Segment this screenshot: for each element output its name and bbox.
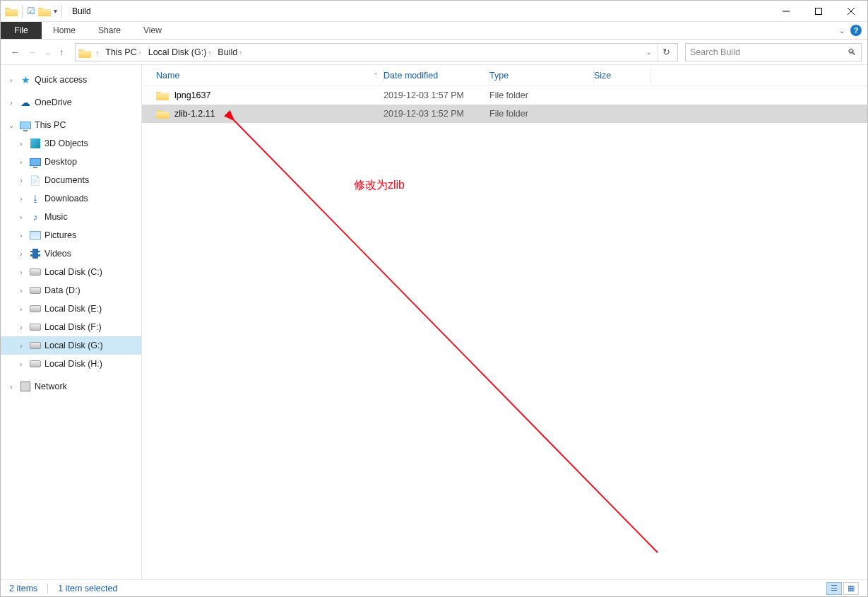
tab-file[interactable]: File — [1, 22, 42, 39]
cloud-icon: ☁ — [19, 97, 32, 108]
navigation-tree: › ★ Quick access › ☁ OneDrive ⌄ This PC … — [1, 65, 142, 579]
tree-label: Local Disk (E:) — [44, 304, 102, 314]
tree-documents[interactable]: ›📄Documents — [1, 171, 141, 189]
navigation-bar: ← → ⌄ ↑ › This PC› Local Disk (G:)› Buil… — [1, 40, 867, 65]
column-type[interactable]: Type — [489, 69, 594, 83]
expand-icon[interactable]: › — [16, 287, 26, 295]
tree-label: Data (D:) — [44, 285, 81, 295]
expand-icon[interactable]: › — [16, 305, 26, 313]
tree-downloads[interactable]: ›⭳Downloads — [1, 189, 141, 208]
breadcrumb-thispc[interactable]: This PC› — [102, 44, 143, 61]
tab-view[interactable]: View — [132, 22, 173, 39]
expand-icon[interactable]: › — [16, 140, 26, 148]
recent-locations-icon[interactable]: ⌄ — [45, 49, 51, 56]
qat-properties-icon[interactable]: ☑ — [27, 6, 35, 16]
status-divider — [47, 584, 48, 593]
address-dropdown-icon[interactable]: ⌄ — [641, 44, 658, 61]
tree-drive-c[interactable]: ›Local Disk (C:) — [1, 263, 141, 281]
tree-desktop[interactable]: ›Desktop — [1, 153, 141, 171]
expand-icon[interactable]: › — [16, 232, 26, 240]
view-mode-buttons: ☰ ▦ — [826, 582, 859, 595]
search-box[interactable]: 🔍︎ — [685, 43, 862, 61]
refresh-icon[interactable]: ↻ — [658, 44, 674, 61]
column-label: Name — [156, 71, 179, 81]
qat-customize-icon[interactable]: ▾ — [54, 7, 57, 15]
tree-pictures[interactable]: ›Pictures — [1, 226, 141, 244]
tree-thispc[interactable]: ⌄ This PC — [1, 116, 141, 134]
tree-network[interactable]: ›Network — [1, 377, 141, 396]
network-icon — [19, 382, 32, 391]
status-bar: 2 items 1 item selected ☰ ▦ — [1, 579, 867, 596]
tree-label: Downloads — [44, 194, 88, 203]
tab-home[interactable]: Home — [42, 22, 87, 39]
address-bar[interactable]: › This PC› Local Disk (G:)› Build› ⌄ ↻ — [75, 43, 678, 61]
tree-videos[interactable]: ›Videos — [1, 244, 141, 263]
close-button[interactable] — [835, 1, 867, 22]
search-input[interactable] — [690, 47, 848, 57]
file-name: zlib-1.2.11 — [174, 109, 215, 119]
ribbon-expand-icon[interactable]: ⌄ — [839, 27, 845, 35]
file-date: 2019-12-03 1:52 PM — [384, 109, 489, 119]
tree-drive-h[interactable]: ›Local Disk (H:) — [1, 355, 141, 373]
column-size[interactable]: Size — [594, 69, 650, 83]
content-pane: Name⌃ Date modified Type Size lpng1637 2… — [142, 65, 867, 579]
qat-separator-2 — [61, 5, 62, 18]
tree-label: Videos — [44, 249, 71, 259]
expand-icon[interactable]: › — [16, 177, 26, 184]
documents-icon: 📄 — [29, 175, 42, 186]
status-selection: 1 item selected — [58, 584, 117, 593]
nav-arrows: ← → ⌄ ↑ — [6, 47, 68, 57]
file-row[interactable]: zlib-1.2.11 2019-12-03 1:52 PM File fold… — [142, 105, 867, 123]
tree-onedrive[interactable]: › ☁ OneDrive — [1, 93, 141, 112]
details-view-button[interactable]: ☰ — [826, 582, 842, 595]
search-icon[interactable]: 🔍︎ — [848, 47, 857, 57]
breadcrumb-folder[interactable]: Build› — [215, 44, 244, 61]
expand-icon[interactable]: › — [6, 76, 16, 84]
breadcrumb-root-arrow[interactable]: › — [91, 44, 101, 61]
column-date[interactable]: Date modified — [384, 69, 489, 83]
back-button[interactable]: ← — [11, 47, 20, 57]
tree-drive-e[interactable]: ›Local Disk (E:) — [1, 300, 141, 318]
expand-icon[interactable]: › — [6, 99, 16, 107]
annotation-text: 修改为zlib — [354, 178, 405, 193]
help-icon[interactable]: ? — [850, 25, 862, 36]
expand-icon[interactable]: › — [16, 342, 26, 350]
title-bar: ☑ ▾ Build — [1, 1, 867, 22]
expand-icon[interactable]: › — [6, 383, 16, 391]
tree-drive-g[interactable]: ›Local Disk (G:) — [1, 336, 141, 355]
expand-icon[interactable]: › — [16, 158, 26, 166]
qat-separator — [22, 5, 23, 18]
maximize-button[interactable] — [802, 1, 835, 22]
column-name[interactable]: Name⌃ — [156, 69, 384, 83]
tree-label: Local Disk (C:) — [44, 267, 102, 277]
svg-rect-1 — [816, 8, 822, 14]
tree-3dobjects[interactable]: ›3D Objects — [1, 134, 141, 153]
tree-label: Local Disk (H:) — [44, 359, 102, 369]
tree-drive-f[interactable]: ›Local Disk (F:) — [1, 318, 141, 336]
tree-music[interactable]: ›♪Music — [1, 208, 141, 226]
breadcrumb-label: Build — [218, 47, 237, 57]
file-row[interactable]: lpng1637 2019-12-03 1:57 PM File folder — [142, 86, 867, 105]
breadcrumb-drive[interactable]: Local Disk (G:)› — [145, 44, 214, 61]
drive-icon — [29, 360, 42, 367]
forward-button[interactable]: → — [28, 47, 37, 57]
expand-icon[interactable]: › — [16, 195, 26, 203]
minimize-button[interactable] — [770, 1, 802, 22]
tree-drive-d[interactable]: ›Data (D:) — [1, 281, 141, 300]
status-item-count: 2 items — [9, 584, 37, 593]
breadcrumb-label: This PC — [105, 47, 136, 57]
collapse-icon[interactable]: ⌄ — [6, 122, 16, 129]
tree-quick-access[interactable]: › ★ Quick access — [1, 71, 141, 89]
up-button[interactable]: ↑ — [59, 47, 64, 57]
folder-icon — [156, 109, 169, 119]
expand-icon[interactable]: › — [16, 324, 26, 331]
qat-newfolder-icon[interactable] — [38, 6, 51, 16]
expand-icon[interactable]: › — [16, 268, 26, 276]
expand-icon[interactable]: › — [16, 213, 26, 221]
expand-icon[interactable]: › — [16, 360, 26, 368]
tab-share[interactable]: Share — [87, 22, 132, 39]
cube-icon — [29, 138, 42, 148]
large-icons-view-button[interactable]: ▦ — [843, 582, 859, 595]
tree-label: Local Disk (G:) — [44, 341, 103, 350]
expand-icon[interactable]: › — [16, 250, 26, 258]
